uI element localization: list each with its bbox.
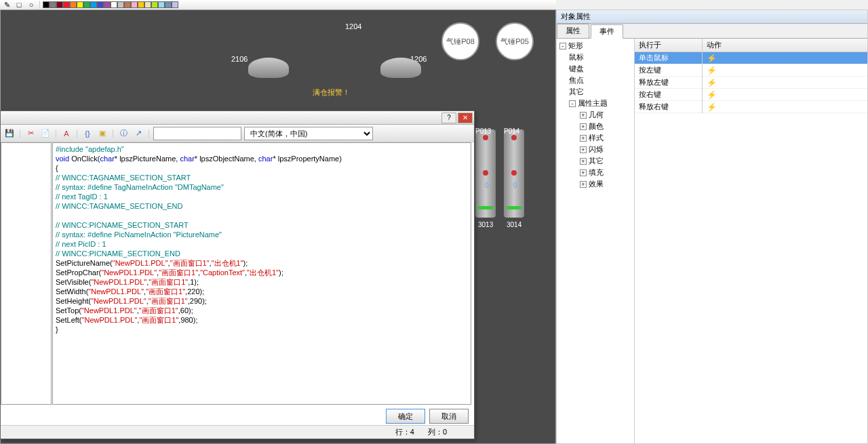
tool-icon[interactable]: ○: [26, 1, 37, 9]
tab-attributes[interactable]: 属性: [557, 24, 589, 38]
tree-label: 其它: [589, 157, 604, 165]
code-editor[interactable]: #include "apdefap.h"void OnClick(char* l…: [52, 142, 471, 405]
color-swatch[interactable]: [124, 1, 131, 8]
cube-icon[interactable]: ▣: [96, 127, 108, 140]
cut-icon[interactable]: ✂: [24, 127, 37, 140]
collapse-icon[interactable]: -: [559, 43, 566, 49]
event-row[interactable]: 释放右键⚡: [635, 101, 867, 113]
lightning-icon: ⚡: [707, 78, 717, 87]
tree-node[interactable]: -矩形: [558, 40, 633, 52]
event-row[interactable]: 单击鼠标⚡: [635, 52, 867, 64]
separator: [39, 1, 40, 9]
color-swatch[interactable]: [158, 1, 165, 8]
collapse-icon[interactable]: -: [569, 100, 576, 107]
color-swatch[interactable]: [138, 1, 144, 8]
color-swatch[interactable]: [83, 1, 90, 8]
color-swatch[interactable]: [144, 1, 151, 8]
code-line: SetPictureName("NewPDL1.PDL","画面窗口1","出仓…: [56, 258, 468, 268]
tree-node[interactable]: +其它: [558, 155, 633, 167]
tool-icon[interactable]: □: [14, 1, 24, 9]
device-vertical-3013[interactable]: [475, 129, 496, 218]
expand-icon[interactable]: +: [580, 158, 587, 165]
expand-icon[interactable]: +: [580, 135, 587, 142]
code-line: // next TagID : 1: [56, 192, 468, 201]
color-swatch[interactable]: [90, 1, 97, 8]
tree-node[interactable]: 鼠标: [558, 52, 633, 63]
code-line: {: [56, 163, 468, 173]
check-icon[interactable]: A: [60, 127, 73, 140]
event-label: 按右键: [635, 88, 703, 101]
separator: [113, 129, 113, 138]
expand-icon[interactable]: +: [580, 123, 587, 130]
bracket-icon[interactable]: {}: [81, 127, 94, 140]
col-exec: 执行于: [635, 39, 703, 52]
tree-node[interactable]: +闪烁: [558, 144, 633, 155]
dialog-buttons: 确定 取消: [386, 409, 469, 424]
tree-node[interactable]: +效果: [558, 178, 633, 190]
text-input[interactable]: [153, 127, 241, 140]
expand-icon[interactable]: +: [580, 181, 587, 188]
tab-events[interactable]: 事件: [591, 24, 623, 39]
cancel-button[interactable]: 取消: [429, 409, 469, 424]
tree-node[interactable]: 键盘: [558, 63, 633, 75]
event-row[interactable]: 按右键⚡: [635, 89, 867, 101]
tree-node[interactable]: +填充: [558, 167, 633, 178]
info-icon[interactable]: ⓘ: [117, 127, 130, 140]
tree-node[interactable]: +几何: [558, 109, 633, 121]
code-line: // syntax: #define TagNameInAction "DMTa…: [56, 182, 468, 192]
color-swatch[interactable]: [151, 1, 158, 8]
tree-node[interactable]: -属性主题: [558, 98, 633, 109]
color-swatch[interactable]: [111, 1, 117, 8]
tree-node[interactable]: 其它: [558, 86, 633, 98]
tree-node[interactable]: +颜色: [558, 121, 633, 132]
event-row[interactable]: 按左键⚡: [635, 64, 867, 77]
ok-button[interactable]: 确定: [386, 409, 425, 424]
device-label: P014: [504, 127, 519, 135]
device-cone[interactable]: [380, 58, 421, 78]
color-swatch[interactable]: [70, 1, 77, 8]
dialog-titlebar[interactable]: ? ✕: [1, 111, 474, 125]
canvas-label-2106: 2106: [231, 55, 248, 63]
expand-icon[interactable]: +: [580, 146, 587, 153]
device-circle-p08[interactable]: 气锤P08: [441, 22, 479, 60]
export-icon[interactable]: ↗: [132, 127, 144, 140]
color-swatch[interactable]: [77, 1, 83, 8]
color-swatch[interactable]: [56, 1, 63, 8]
tree-label: 属性主题: [578, 99, 608, 107]
code-toolbar: 💾 ✂ 📄 A {} ▣ ⓘ ↗ 中文(简体，中国): [1, 125, 474, 142]
tree-node[interactable]: 焦点: [558, 75, 633, 86]
expand-icon[interactable]: +: [580, 169, 587, 176]
code-line: SetHeight("NewPDL1.PDL","画面窗口1",290);: [56, 296, 468, 306]
color-swatch[interactable]: [165, 1, 172, 8]
language-dropdown[interactable]: 中文(简体，中国): [244, 127, 373, 140]
separator: [77, 129, 77, 138]
color-swatch[interactable]: [63, 1, 70, 8]
close-button[interactable]: ✕: [458, 113, 473, 123]
device-circle-p05[interactable]: 气锤P05: [496, 22, 534, 60]
properties-title: 对象属性: [557, 10, 867, 24]
tree-node[interactable]: +样式: [558, 132, 633, 144]
device-vertical-3014[interactable]: [504, 129, 524, 218]
save-icon[interactable]: 💾: [3, 127, 16, 140]
tree-label: 鼠标: [569, 53, 584, 61]
event-row[interactable]: 释放左键⚡: [635, 77, 867, 89]
properties-tree[interactable]: -矩形鼠标键盘焦点其它-属性主题+几何+颜色+样式+闪烁+其它+填充+效果: [557, 39, 635, 443]
expand-icon[interactable]: +: [580, 112, 587, 119]
circle-label: 气锤P08: [446, 37, 475, 47]
color-swatch[interactable]: [97, 1, 104, 8]
properties-tabs: 属性 事件: [557, 24, 867, 39]
color-swatch[interactable]: [172, 1, 178, 8]
copy-icon[interactable]: 📄: [39, 127, 52, 140]
canvas-label-1204: 1204: [345, 22, 361, 31]
color-swatch[interactable]: [43, 1, 50, 8]
help-button[interactable]: ?: [441, 113, 456, 123]
code-line: // WINCC:TAGNAME_SECTION_START: [56, 173, 468, 182]
main-toolbar: ✎ □ ○: [0, 0, 556, 9]
color-swatch[interactable]: [50, 1, 56, 8]
color-swatch[interactable]: [104, 1, 111, 8]
device-cone[interactable]: [248, 58, 289, 78]
tree-label: 其它: [569, 87, 584, 96]
tool-icon[interactable]: ✎: [1, 1, 12, 9]
color-swatch[interactable]: [131, 1, 138, 8]
color-swatch[interactable]: [117, 1, 124, 8]
